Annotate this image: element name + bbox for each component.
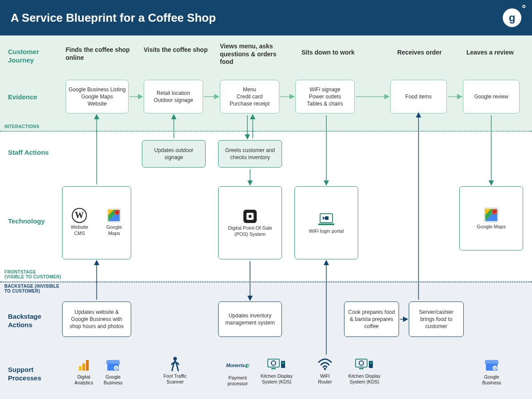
support-foot-traffic: Foot Traffic Scanner [160, 356, 191, 384]
support-foot-traffic-label: Foot Traffic Scanner [160, 373, 191, 384]
analytics-icon [77, 357, 90, 372]
stage-header-0: Finds the coffee shop online [66, 46, 132, 62]
svg-text:G: G [493, 367, 496, 370]
support-kds-2-label: Kitchen Display System (KDS) [257, 373, 296, 384]
svg-rect-28 [268, 359, 279, 367]
lane-backstage-actions: Backstage Actions [8, 313, 57, 329]
stage-header-1: Visits the coffee shop [144, 46, 210, 54]
stage-header-5: Leaves a review [466, 49, 524, 57]
svg-rect-21 [79, 366, 82, 371]
support-gbusiness-5: G Google Business [479, 357, 505, 385]
stage-header-4: Receives order [397, 49, 455, 57]
backstage-2: Updates inventory management system [218, 301, 282, 337]
backstage-4a: Cook prepares food & barista prepares co… [344, 301, 399, 337]
page-title: A Service Blueprint for a Coffee Shop [11, 11, 216, 25]
separator-interactions [0, 131, 532, 132]
backstage-0: Updates website & Google Business with s… [62, 301, 131, 337]
support-kds-2: Kitchen Display System (KDS) [257, 356, 296, 384]
gbusiness-icon-2: G [484, 357, 499, 372]
tech-2: Digital Point-Of-Sale (POS) System [218, 186, 282, 259]
lane-customer-journey: Customer Journey [8, 48, 57, 65]
svg-rect-23 [86, 360, 89, 371]
evidence-5: Google review [463, 80, 520, 113]
svg-rect-32 [282, 362, 284, 364]
walker-icon [170, 356, 180, 372]
gbusiness-icon: G [106, 357, 121, 372]
tech-0: W Website CMS Google Maps [62, 186, 131, 259]
svg-point-35 [359, 361, 364, 365]
support-kds-3-label: Kitchen Display System (KDS) [345, 373, 384, 384]
svg-marker-14 [323, 216, 325, 220]
support-analytics: Digital Analytics [71, 357, 97, 385]
support-kds-3: Kitchen Display System (KDS) [345, 356, 384, 384]
lane-support-processes: Support Processes [8, 366, 57, 383]
support-wifi: WiFI Router [314, 356, 336, 384]
support-wifi-label: WiFI Router [314, 373, 336, 384]
stage-header-2: Views menu, asks questions & orders food [220, 43, 291, 66]
wordpress-icon: W [72, 207, 87, 223]
support-moneris-label: Payment processor [222, 375, 254, 386]
kds-icon-2 [355, 356, 374, 372]
square-pos-icon [242, 208, 258, 224]
tech-3: WiFi login portal [294, 186, 358, 259]
label-interactions: INTERACTIONS [4, 124, 39, 129]
staff-2: Greets customer and checks inventory [218, 140, 282, 168]
svg-rect-38 [370, 362, 372, 364]
wifi-icon [317, 356, 332, 372]
svg-rect-10 [249, 215, 251, 218]
tech-2-label: Digital Point-Of-Sale (POS) System [223, 225, 277, 237]
svg-text:G: G [115, 367, 117, 370]
diagram-canvas: INTERACTIONS FRONTSTAGE (VISIBLE TO CUST… [0, 35, 532, 399]
svg-point-33 [324, 368, 326, 370]
svg-rect-13 [325, 216, 329, 220]
svg-rect-12 [318, 223, 334, 225]
backstage-4b: Server/cashier brings food to customer [409, 301, 464, 337]
lane-technology: Technology [8, 217, 57, 226]
tech-0-label-1: Google Maps [101, 224, 127, 236]
lane-staff-actions: Staff Actions [8, 149, 57, 157]
kds-icon [267, 356, 286, 372]
evidence-4: Food items [390, 80, 447, 113]
gmaps-icon [106, 207, 121, 223]
laptop-login-icon [317, 211, 336, 227]
svg-rect-36 [359, 368, 364, 369]
evidence-1: Retail location Outdoor signage [144, 80, 203, 113]
support-gbusiness-0: G Google Business [100, 357, 126, 385]
staff-1: Updates outdoor signage [142, 140, 206, 168]
label-backstage: BACKSTAGE (INVISIBLE TO CUSTOMER) [4, 284, 59, 293]
tech-5-label: Google Maps [477, 224, 505, 230]
brand-logo: g [503, 8, 521, 27]
label-frontstage: FRONTSTAGE (VISIBLE TO CUSTOMER) [4, 270, 61, 279]
stage-header-3: Sits down to work [301, 49, 368, 57]
svg-rect-22 [82, 364, 85, 371]
tech-0-label-0: Website CMS [66, 224, 93, 236]
gmaps-icon-2 [483, 207, 499, 223]
tech-3-label: WiFi login portal [309, 228, 344, 234]
svg-point-29 [271, 361, 276, 365]
lane-evidence: Evidence [8, 93, 57, 102]
evidence-3: WiFi signage Power outlets Tables & chai… [295, 80, 355, 113]
evidence-0: Google Business Listing Google Maps Webs… [66, 80, 129, 113]
svg-point-20 [493, 211, 495, 212]
svg-rect-34 [356, 359, 367, 367]
svg-point-7 [116, 211, 118, 213]
moneris-icon: Moneris◐ [226, 358, 249, 373]
evidence-2: Menu Credit card Purchase receipt [220, 80, 279, 113]
header: A Service Blueprint for a Coffee Shop g [0, 0, 532, 35]
support-moneris: Moneris◐ Payment processor [222, 358, 254, 386]
support-analytics-label: Digital Analytics [71, 374, 97, 385]
svg-rect-30 [271, 368, 276, 369]
support-gbusiness-5-label: Google Business [479, 374, 505, 385]
svg-text:W: W [75, 210, 84, 220]
support-gbusiness-0-label: Google Business [100, 374, 126, 385]
separator-visibility [0, 282, 532, 282]
tech-5: Google Maps [459, 186, 523, 250]
